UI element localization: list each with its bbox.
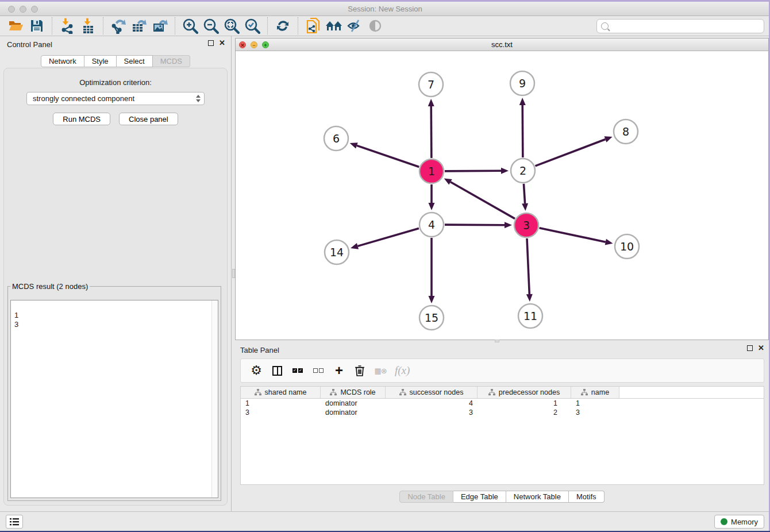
memory-button[interactable]: Memory — [714, 515, 764, 529]
column-header-MCDS-role[interactable]: MCDS role — [321, 387, 386, 398]
gear-icon[interactable]: ⚙ — [250, 363, 263, 378]
save-icon[interactable] — [26, 17, 47, 35]
open-folder-icon[interactable] — [6, 17, 26, 35]
graph-node-label: 8 — [622, 125, 629, 138]
run-mcds-button[interactable]: Run MCDS — [53, 113, 110, 125]
vertical-splitter[interactable] — [231, 36, 235, 511]
import-network-icon[interactable] — [57, 17, 78, 35]
export-table-icon[interactable] — [129, 17, 149, 35]
graph-edge-3-10[interactable] — [540, 228, 606, 242]
network-canvas[interactable]: 1234678910111415 — [236, 51, 768, 340]
table-cell[interactable]: 3 — [386, 408, 478, 417]
table-cell[interactable]: dominator — [321, 408, 386, 417]
toolbar-separator — [52, 17, 52, 34]
close-table-panel-icon[interactable]: ✕ — [758, 345, 764, 351]
zoom-out-icon[interactable] — [201, 17, 221, 35]
column-header-successor-nodes[interactable]: successor nodes — [386, 387, 478, 398]
graph-edge-2-3[interactable] — [523, 184, 525, 203]
duplicate-network-icon[interactable] — [303, 17, 324, 35]
table-cell[interactable]: 1 — [241, 399, 321, 408]
close-panel-icon[interactable]: ✕ — [219, 40, 225, 46]
export-network-icon[interactable] — [108, 17, 129, 35]
graph-edge-1-7[interactable] — [431, 106, 432, 158]
graph-edge-3-11[interactable] — [527, 238, 529, 294]
deselect-all-icon[interactable] — [312, 363, 325, 378]
graph-edge-4-14[interactable] — [357, 228, 418, 246]
table-cell[interactable]: 1 — [478, 399, 571, 408]
node-table[interactable]: shared nameMCDS rolesuccessor nodesprede… — [240, 386, 764, 485]
table-row[interactable]: 3dominator323 — [241, 408, 764, 417]
zoom-selected-icon[interactable] — [242, 17, 263, 35]
toggle-view-icon[interactable] — [365, 17, 386, 35]
import-table-icon[interactable] — [78, 17, 98, 35]
graph-edge-1-2[interactable] — [445, 171, 501, 171]
select-all-icon[interactable]: ✓✓ — [291, 363, 304, 378]
graph-edge-3-1[interactable] — [451, 182, 515, 219]
table-cell[interactable]: 3 — [571, 408, 619, 417]
search-input[interactable] — [611, 21, 764, 32]
graph-edge-arrow — [519, 98, 526, 105]
graph-edge-1-6[interactable] — [357, 145, 419, 167]
memory-label: Memory — [731, 518, 758, 526]
network-titlebar[interactable]: ✕ − + scc.txt — [236, 38, 768, 51]
window-title: Session: New Session — [0, 5, 770, 13]
mcds-result-text[interactable]: 1 3 — [10, 300, 218, 498]
tab-node-table[interactable]: Node Table — [399, 491, 453, 503]
search-icon — [601, 22, 609, 30]
graph-edge-arrow — [526, 294, 533, 302]
table-row[interactable]: 1dominator411 — [241, 399, 764, 408]
window-titlebar: Session: New Session — [0, 2, 770, 16]
tab-mcds[interactable]: MCDS — [153, 55, 190, 67]
tab-select[interactable]: Select — [117, 55, 153, 67]
tab-network[interactable]: Network — [41, 55, 84, 67]
graph-edge-2-8[interactable] — [536, 139, 606, 165]
status-bar: Memory — [0, 511, 770, 531]
control-panel-tabs: NetworkStyleSelectMCDS — [0, 55, 231, 67]
column-header-name[interactable]: name — [571, 387, 619, 398]
graph-node-label: 10 — [620, 240, 634, 253]
export-image-icon[interactable] — [149, 17, 170, 35]
zoom-fit-icon[interactable] — [221, 17, 242, 35]
search-box[interactable] — [596, 19, 764, 33]
hide-panels-icon[interactable] — [344, 17, 365, 35]
hierarchy-icon — [399, 389, 406, 396]
graph-edge-arrow — [429, 296, 435, 303]
optimization-criterion-select[interactable]: strongly connected component — [26, 92, 205, 105]
control-panel-title: Control Panel — [7, 40, 52, 49]
table-cell[interactable]: 3 — [241, 408, 321, 417]
home-icon[interactable] — [324, 17, 344, 35]
add-column-icon[interactable]: + — [333, 363, 345, 378]
hierarchy-icon — [255, 389, 261, 396]
zoom-in-icon[interactable] — [180, 17, 201, 35]
tab-edge-table[interactable]: Edge Table — [453, 491, 506, 503]
tab-motifs[interactable]: Motifs — [569, 491, 605, 503]
table-cell[interactable]: 2 — [478, 408, 571, 417]
result-scrollbar[interactable] — [211, 300, 218, 498]
graph-edge-4-3[interactable] — [445, 225, 505, 225]
table-cell[interactable]: 1 — [571, 399, 619, 408]
mcds-result-title: MCDS result (2 nodes) — [10, 282, 90, 291]
graph-edge-2-9[interactable] — [522, 105, 523, 157]
column-header-shared-name[interactable]: shared name — [241, 387, 321, 398]
graph-node-label: 7 — [428, 78, 434, 91]
toolbar-separator — [267, 17, 268, 34]
close-panel-button[interactable]: Close panel — [119, 113, 178, 125]
task-history-button[interactable] — [6, 515, 23, 529]
graph-node-label: 3 — [523, 219, 530, 232]
function-builder-icon[interactable]: f(x) — [395, 363, 410, 378]
table-header-row: shared nameMCDS rolesuccessor nodesprede… — [241, 387, 764, 399]
refresh-icon[interactable] — [272, 17, 293, 35]
float-panel-icon[interactable] — [208, 40, 214, 46]
split-columns-icon[interactable] — [271, 363, 283, 378]
table-toolbar: ⚙ ✓✓ + ▦⊗ f(x) — [240, 358, 764, 383]
tab-style[interactable]: Style — [84, 55, 117, 67]
network-window: ✕ − + scc.txt 1234678910111415 — [235, 38, 769, 340]
delete-icon[interactable] — [353, 363, 366, 378]
mcds-result-box: MCDS result (2 nodes) 1 3 — [7, 282, 221, 501]
float-table-panel-icon[interactable] — [747, 345, 753, 351]
table-cell[interactable]: dominator — [321, 399, 386, 408]
delete-column-icon[interactable]: ▦⊗ — [374, 363, 387, 378]
tab-network-table[interactable]: Network Table — [506, 491, 569, 503]
column-header-predecessor-nodes[interactable]: predecessor nodes — [478, 387, 571, 398]
table-cell[interactable]: 4 — [386, 399, 478, 408]
